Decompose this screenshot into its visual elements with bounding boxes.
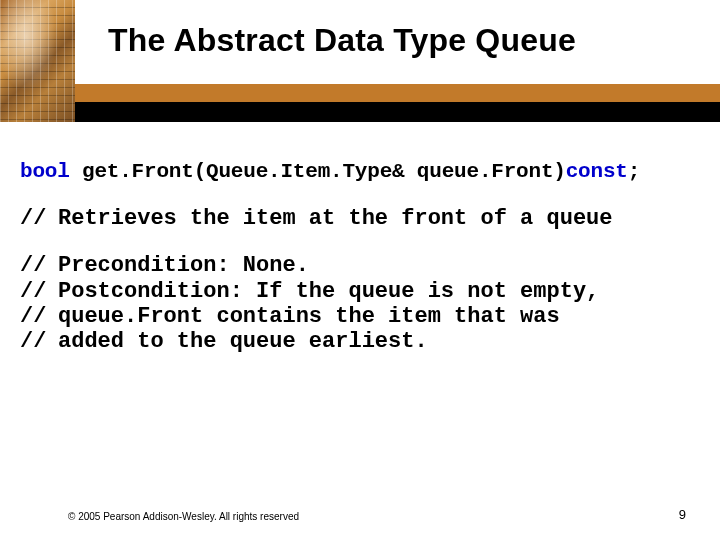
prepost-line-1: // Precondition: None. — [20, 253, 706, 278]
signature-mid: get.Front(Queue.Item.Type& queue.Front) — [70, 160, 566, 183]
prepost-text-4: added to the queue earliest. — [58, 329, 428, 354]
comment-text-1: Retrieves the item at the front of a que… — [58, 206, 613, 231]
comment-line-1: // Retrieves the item at the front of a … — [20, 206, 706, 231]
keyword-bool: bool — [20, 160, 70, 183]
header-decorative-image — [0, 0, 75, 122]
prepost-line-3: // queue.Front contains the item that wa… — [20, 304, 706, 329]
comment-prefix: // — [20, 304, 58, 329]
header-bar-black — [75, 102, 720, 122]
prepost-block: // Precondition: None. // Postcondition:… — [20, 253, 706, 354]
slide-header: The Abstract Data Type Queue — [0, 0, 720, 122]
slide-title: The Abstract Data Type Queue — [108, 22, 576, 59]
prepost-text-2: Postcondition: If the queue is not empty… — [58, 279, 599, 304]
footer-page-number: 9 — [679, 507, 686, 522]
comment-prefix: // — [20, 253, 58, 278]
comment-prefix: // — [20, 329, 58, 354]
keyword-const: const — [566, 160, 628, 183]
comment-block: // Retrieves the item at the front of a … — [20, 206, 706, 231]
prepost-line-4: // added to the queue earliest. — [20, 329, 706, 354]
code-signature: bool get.Front(Queue.Item.Type& queue.Fr… — [20, 160, 706, 184]
slide-body: bool get.Front(Queue.Item.Type& queue.Fr… — [20, 160, 706, 355]
prepost-text-3: queue.Front contains the item that was — [58, 304, 560, 329]
comment-prefix: // — [20, 279, 58, 304]
prepost-text-1: Precondition: None. — [58, 253, 309, 278]
signature-tail: ; — [628, 160, 640, 183]
header-bar-orange — [75, 84, 720, 102]
comment-prefix: // — [20, 206, 58, 231]
slide: The Abstract Data Type Queue bool get.Fr… — [0, 0, 720, 540]
prepost-line-2: // Postcondition: If the queue is not em… — [20, 279, 706, 304]
footer-copyright: © 2005 Pearson Addison-Wesley. All right… — [68, 511, 299, 522]
